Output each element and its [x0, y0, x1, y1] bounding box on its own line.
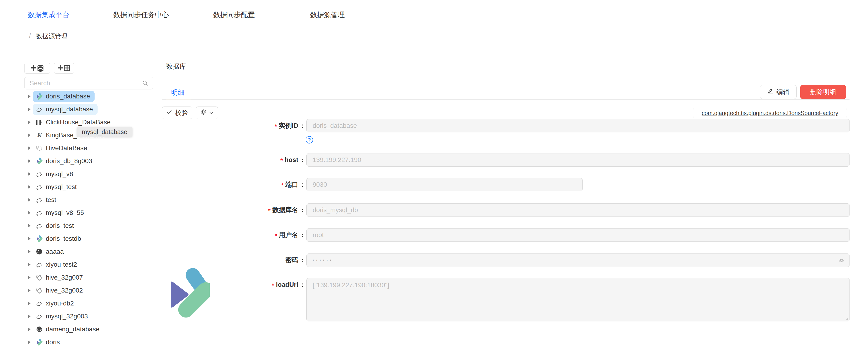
pencil-icon — [767, 88, 774, 96]
instance-id-input[interactable]: doris_database — [306, 119, 850, 132]
page: 数据集成平台 数据同步任务中心 数据同步配置 数据源管理 / 数据源管理 Sea… — [0, 0, 868, 360]
port-input[interactable]: 9030 — [306, 178, 583, 191]
nav-item-sync-config[interactable]: 数据同步配置 — [213, 10, 255, 20]
add-database-icon — [30, 64, 44, 73]
loadurl-textarea[interactable]: ["139.199.227.190:18030"] — [306, 278, 850, 321]
check-icon — [166, 109, 172, 117]
nav-item-datasource-mgmt[interactable]: 数据源管理 — [310, 10, 345, 20]
tree-item-tooltip: mysql_database — [77, 127, 132, 137]
delete-detail-button[interactable]: 删除明细 — [800, 85, 846, 99]
caret-right-icon[interactable] — [28, 159, 31, 163]
caret-right-icon[interactable] — [28, 146, 31, 150]
caret-right-icon[interactable] — [28, 95, 31, 98]
caret-right-icon[interactable] — [28, 185, 31, 189]
required-asterisk: * — [275, 123, 277, 130]
tree-item[interactable]: mysql_v8_55 — [24, 207, 163, 218]
add-table-button[interactable] — [54, 63, 74, 74]
tab-detail[interactable]: 明细 — [171, 88, 185, 97]
caret-right-icon[interactable] — [28, 263, 31, 266]
tree-item[interactable]: dameng_database — [24, 324, 163, 335]
add-table-icon — [57, 64, 71, 72]
field-label: loadUrl — [276, 281, 298, 288]
tree-item[interactable]: doris — [24, 337, 163, 348]
resize-grip-icon[interactable] — [845, 316, 848, 320]
hive-icon — [36, 274, 43, 281]
tree-item[interactable]: aaaaa — [24, 246, 163, 257]
clickhouse-icon — [36, 119, 43, 126]
doris-icon — [36, 93, 43, 100]
caret-right-icon[interactable] — [28, 276, 31, 280]
caret-right-icon[interactable] — [28, 107, 31, 111]
field-label: 数据库名 — [272, 206, 298, 215]
caret-right-icon[interactable] — [28, 224, 31, 228]
tree-item[interactable]: doris_testdb — [24, 233, 163, 244]
doris-icon — [36, 158, 43, 165]
username-input[interactable]: root — [306, 228, 850, 242]
doris-icon — [36, 339, 43, 346]
tree-item[interactable]: mysql_v8 — [24, 168, 163, 179]
settings-dropdown-button[interactable] — [196, 106, 218, 119]
dbname-input[interactable]: doris_mysql_db — [306, 203, 850, 217]
mysql-icon — [36, 106, 43, 113]
tree-item[interactable]: xiyou-test2 — [24, 259, 163, 270]
field-label: 用户名 — [279, 231, 298, 239]
tree-item[interactable]: xiyou-db2 — [24, 298, 163, 309]
help-icon[interactable]: ? — [306, 136, 313, 143]
tree-item[interactable]: doris_db_8g003 — [24, 156, 163, 167]
caret-right-icon[interactable] — [28, 327, 31, 331]
tree-item[interactable]: HiveDataBase — [24, 142, 163, 154]
caret-right-icon[interactable] — [28, 211, 31, 215]
tis-logo — [170, 267, 210, 319]
tree-item[interactable]: mysql_test — [24, 182, 163, 193]
field-label: host — [285, 156, 298, 164]
tree-item[interactable]: mysql_database — [24, 104, 163, 115]
required-asterisk: * — [281, 182, 283, 189]
mysql-icon — [36, 209, 43, 216]
mysql-icon — [36, 196, 43, 203]
caret-right-icon[interactable] — [28, 289, 31, 292]
caret-right-icon[interactable] — [28, 301, 31, 305]
caret-right-icon[interactable] — [28, 250, 31, 254]
required-asterisk: * — [272, 282, 274, 289]
add-database-button[interactable] — [24, 63, 50, 74]
hive-icon — [36, 145, 43, 152]
chevron-down-icon — [209, 109, 214, 117]
tab-bar-divider — [162, 99, 849, 100]
plugin-class-link[interactable]: com.qlangtech.tis.plugin.ds.doris.DorisS… — [702, 110, 838, 117]
field-label: 密码 — [285, 256, 298, 265]
caret-right-icon[interactable] — [28, 133, 31, 137]
caret-right-icon[interactable] — [28, 172, 31, 176]
caret-right-icon[interactable] — [28, 315, 31, 318]
host-input[interactable]: 139.199.227.190 — [306, 153, 850, 167]
tree-item[interactable]: doris_test — [24, 220, 163, 231]
nav-item-sync-task-center[interactable]: 数据同步任务中心 — [113, 10, 169, 20]
nav-brand[interactable]: 数据集成平台 — [28, 10, 69, 20]
tree-item[interactable]: mysql_32g003 — [24, 311, 163, 322]
breadcrumb-separator: / — [29, 32, 31, 39]
tree-item[interactable]: test — [24, 194, 163, 205]
dameng-icon — [36, 326, 43, 333]
caret-right-icon[interactable] — [28, 198, 31, 202]
search-icon — [142, 80, 149, 87]
tree-item[interactable]: doris_database — [24, 91, 163, 102]
tree-item[interactable]: hive_32g007 — [24, 272, 163, 283]
svg-text:K: K — [36, 132, 42, 139]
caret-right-icon[interactable] — [28, 237, 31, 240]
tree-item[interactable]: hive_32g002 — [24, 285, 163, 296]
caret-right-icon[interactable] — [28, 120, 31, 124]
page-title: 数据库 — [166, 62, 186, 71]
tree-item[interactable]: ClickHouse_DataBase — [24, 117, 163, 128]
search-input[interactable]: Search — [24, 77, 153, 90]
caret-right-icon[interactable] — [28, 340, 31, 344]
mysql-icon — [36, 261, 43, 268]
search-placeholder: Search — [25, 79, 142, 87]
mysql-icon — [36, 300, 43, 307]
hive-icon — [36, 287, 43, 294]
validate-button[interactable]: 校验 — [162, 106, 192, 119]
plugin-class-pill: com.qlangtech.tis.plugin.ds.doris.DorisS… — [693, 108, 847, 118]
password-input[interactable]: •••••• — [306, 254, 850, 267]
edit-button[interactable]: 编辑 — [760, 85, 797, 99]
eye-icon[interactable] — [838, 258, 844, 264]
required-asterisk: * — [280, 157, 283, 164]
field-label: 实例ID — [279, 121, 298, 130]
